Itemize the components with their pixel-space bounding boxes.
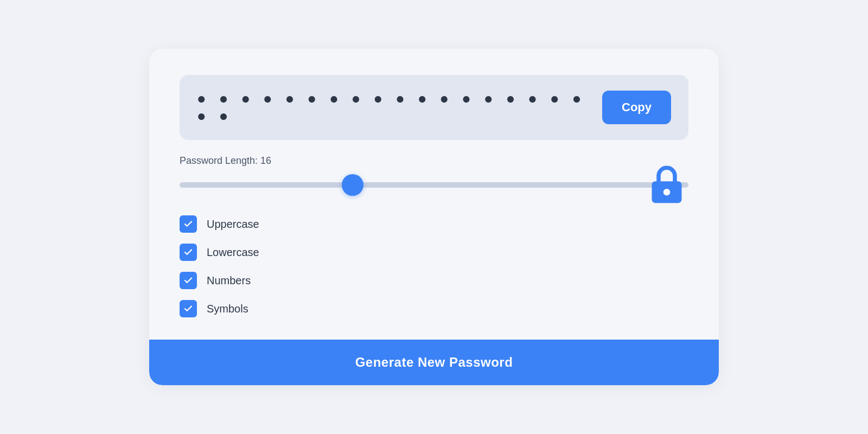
checkbox-symbols[interactable]: Symbols <box>180 300 688 317</box>
check-icon-symbols <box>183 304 193 314</box>
checkbox-box-symbols <box>180 300 197 317</box>
password-display: ● ● ● ● ● ● ● ● ● ● ● ● ● ● ● ● ● ● ● ● … <box>180 75 688 140</box>
check-icon-uppercase <box>183 219 193 229</box>
slider-container <box>180 174 688 196</box>
generate-button[interactable]: Generate New Password <box>149 340 719 385</box>
length-slider[interactable] <box>180 182 688 188</box>
password-dots: ● ● ● ● ● ● ● ● ● ● ● ● ● ● ● ● ● ● ● ● <box>197 90 589 125</box>
checkbox-label-numbers: Numbers <box>207 275 251 287</box>
checkbox-lowercase[interactable]: Lowercase <box>180 244 688 261</box>
checkbox-label-lowercase: Lowercase <box>207 246 259 259</box>
length-section: Password Length: 16 <box>180 155 688 196</box>
copy-button[interactable]: Copy <box>602 91 671 124</box>
checkbox-box-numbers <box>180 272 197 289</box>
svg-point-1 <box>663 189 671 196</box>
checkbox-box-uppercase <box>180 215 197 233</box>
checkboxes-group: Uppercase Lowercase Numbers <box>180 215 688 317</box>
length-value: 16 <box>260 155 271 166</box>
password-generator-card: ● ● ● ● ● ● ● ● ● ● ● ● ● ● ● ● ● ● ● ● … <box>149 49 719 385</box>
check-icon-lowercase <box>183 247 193 257</box>
check-icon-numbers <box>183 276 193 285</box>
lock-icon <box>645 162 688 208</box>
checkbox-label-uppercase: Uppercase <box>207 218 259 231</box>
lock-svg <box>645 162 688 206</box>
length-label: Password Length: 16 <box>180 155 688 167</box>
checkbox-box-lowercase <box>180 244 197 261</box>
checkbox-numbers[interactable]: Numbers <box>180 272 688 289</box>
checkbox-label-symbols: Symbols <box>207 303 248 315</box>
checkbox-uppercase[interactable]: Uppercase <box>180 215 688 233</box>
